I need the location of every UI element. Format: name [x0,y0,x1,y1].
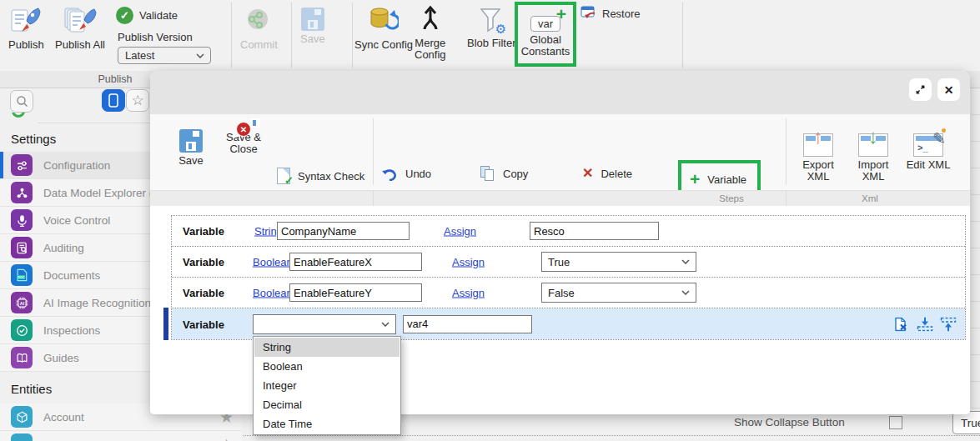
sidebar-item-label: Voice Control [43,214,110,227]
dropdown-option-date-time[interactable]: Date Time [254,414,400,433]
commit-icon [244,8,274,37]
close-icon: ✕ [944,83,954,97]
value-select-text: False [548,287,575,299]
commit-label: Commit [240,39,278,51]
show-collapse-checkbox[interactable] [889,416,902,429]
entities-header: Entities [11,382,52,396]
undo-button[interactable]: Undo [381,167,431,181]
step-row-4-selected[interactable]: Variable [172,308,965,339]
value-select[interactable]: False [541,283,696,303]
publish-button[interactable]: Publish [8,8,44,51]
svg-text:AI: AI [19,300,24,305]
settings-header: Settings [11,132,56,146]
save-button[interactable]: Save [171,129,211,167]
sidebar-search-button[interactable] [10,90,33,113]
audit-clipboard-icon [11,237,33,258]
dropdown-option-integer[interactable]: Integer [254,376,400,395]
ai-chip-icon: AI [11,292,33,313]
global-constants-button[interactable]: + var GlobalConstants [520,8,571,58]
band-separator [786,191,787,206]
publish-icon [10,8,42,37]
dropdown-option-decimal[interactable]: Decimal [254,395,400,414]
sidebar-item-label: Configuration [43,159,110,172]
background-dropdown[interactable]: True [952,411,980,434]
import-xml-icon: ↓ [858,133,888,157]
syntax-check-button[interactable]: ✓ Syntax Check [277,168,364,184]
assign-link[interactable]: Assign [452,256,485,268]
sync-config-icon [369,6,399,37]
plus-icon: + [690,173,700,186]
save-and-close-button[interactable]: ✕ Save & Close [218,129,269,155]
delete-button[interactable]: ✕ Delete [582,167,632,180]
entity-icon [11,433,33,441]
steps-list: Variable String Assign Variable Boolean … [171,215,966,340]
validate-button[interactable]: ✓ Validate [116,7,178,24]
undo-icon [381,167,398,181]
favorites-button[interactable]: ☆ [126,89,149,112]
insert-step-above-icon[interactable] [940,317,957,331]
publish-version-select[interactable]: Latest [118,47,211,64]
copy-icon [480,166,495,181]
variable-name-input[interactable] [289,283,422,302]
publish-all-icon [63,8,97,37]
copy-button[interactable]: Copy [480,166,528,181]
variable-name-input[interactable] [289,253,422,271]
favorite-star-icon[interactable]: ★ [219,435,234,441]
add-variable-button[interactable]: + Variable [690,173,766,186]
maximize-button[interactable] [909,78,932,101]
step-row-2[interactable]: Variable Boolean Assign True [172,247,965,278]
inspections-check-icon [11,319,33,341]
blob-filter-button[interactable]: ⚙ Blob Filter [467,8,516,49]
step-row-3[interactable]: Variable Boolean Assign False [172,278,965,308]
assign-link[interactable]: Assign [444,225,476,238]
save-icon [179,129,203,153]
step-keyword: Variable [183,225,224,238]
chevron-down-icon [196,53,204,58]
merge-config-button[interactable]: MergeConfig [415,6,446,61]
type-link[interactable]: Boolean [253,287,293,299]
publish-version-value: Latest [125,49,154,62]
variable-value-input[interactable] [530,222,659,240]
app-screen: Publish Publish All ✓ Validate Publish V… [0,0,980,441]
sidebar-item-label: Guides [43,352,79,364]
step-keyword: Variable [183,256,224,268]
export-xml-label: Export XML [792,159,844,183]
import-xml-button[interactable]: ↓ Import XML [847,133,899,183]
syntax-check-icon: ✓ [277,168,290,184]
dropdown-option-string[interactable]: String [254,338,400,357]
step-row-1[interactable]: Variable String Assign [172,216,965,247]
close-button[interactable]: ✕ [937,78,960,101]
export-xml-button[interactable]: ↑ Export XML [792,133,844,183]
maximize-icon [915,84,926,95]
save-icon [301,8,324,31]
delete-step-icon[interactable] [894,317,910,331]
publish-all-button[interactable]: Publish All [55,8,105,51]
global-constants-label-2: Constants [521,45,570,58]
value-select-text: True [548,256,570,268]
value-select[interactable]: True [541,252,696,272]
show-collapse-button-label: Show Collapse Button [734,416,845,428]
variable-name-input[interactable] [403,315,532,333]
ribbon-save-button[interactable]: Save [300,8,325,45]
mobile-view-button[interactable] [102,89,125,112]
restore-label: Restore [602,8,641,20]
commit-button[interactable]: Commit [240,8,278,51]
edit-xml-button[interactable]: >_ ✎ Edit XML [904,133,952,171]
type-dropdown-list: String Boolean Integer Decimal Date Time [253,336,401,435]
variable-name-input[interactable] [277,222,410,240]
sidebar-item-label: Auditing [43,242,84,254]
delete-x-icon: ✕ [582,167,593,180]
steps-group-label: Steps [698,193,765,203]
type-select-open[interactable] [253,314,396,334]
dropdown-option-boolean[interactable]: Boolean [254,357,400,376]
restore-button[interactable]: Restore [580,6,641,22]
insert-step-below-icon[interactable] [917,317,933,331]
type-link[interactable]: Boolean [253,256,293,268]
background-rows-strip [971,88,980,410]
publish-group-label: Publish [82,73,148,85]
ribbon: Publish Publish All ✓ Validate Publish V… [0,0,980,71]
assign-link[interactable]: Assign [452,287,485,299]
sync-config-button[interactable]: Sync Config [354,6,413,51]
sidebar-item-partial[interactable]: ★ [0,431,242,441]
step-keyword: Variable [183,318,224,330]
